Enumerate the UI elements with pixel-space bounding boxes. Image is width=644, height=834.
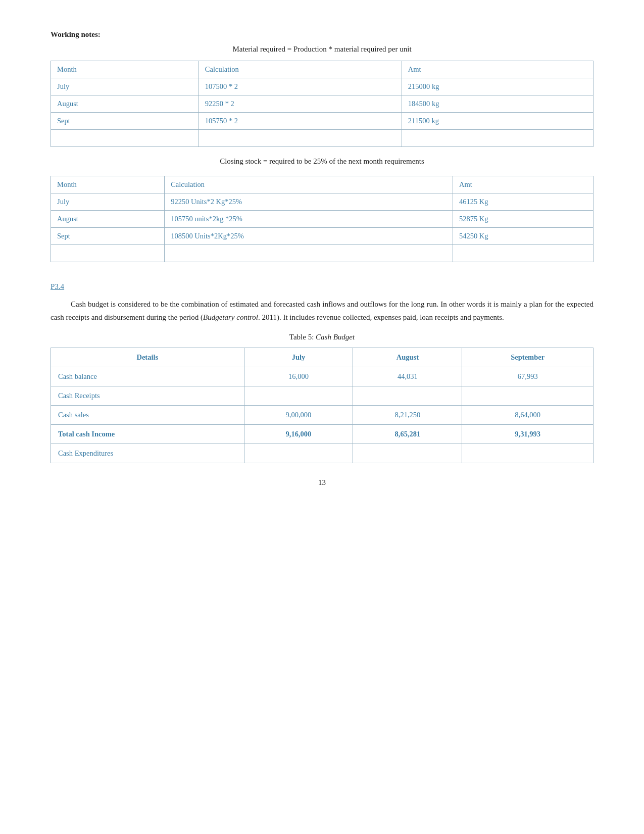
t2-r2-amt: 52875 Kg bbox=[453, 211, 593, 228]
cb-col-september: September bbox=[462, 348, 593, 367]
material-required-table: Month Calculation Amt July 107500 * 2 21… bbox=[51, 61, 593, 147]
p34-section: P3.4 Cash budget is considered to be the… bbox=[51, 282, 593, 463]
p34-label: P3.4 bbox=[51, 282, 64, 291]
table-row: August 105750 units*2kg *25% 52875 Kg bbox=[51, 211, 593, 228]
cb-cash-expenditures-september bbox=[462, 444, 593, 463]
cb-total-income-label: Total cash Income bbox=[51, 425, 244, 444]
t1-empty-month bbox=[51, 130, 199, 147]
t2-r2-calc: 105750 units*2kg *25% bbox=[165, 211, 453, 228]
cash-receipts-row: Cash Receipts bbox=[51, 386, 593, 406]
table2-header-row: Month Calculation Amt bbox=[51, 176, 593, 193]
table2-col-calculation: Calculation bbox=[165, 176, 453, 193]
cash-balance-row: Cash balance 16,000 44,031 67,993 bbox=[51, 367, 593, 386]
cb-cash-expenditures-label: Cash Expenditures bbox=[51, 444, 244, 463]
closing-stock-table: Month Calculation Amt July 92250 Units*2… bbox=[51, 176, 593, 262]
table-caption-italic: Cash Budget bbox=[316, 333, 355, 341]
table1-header-row: Month Calculation Amt bbox=[51, 61, 593, 78]
t1-empty-amt bbox=[402, 130, 593, 147]
cb-cash-balance-label: Cash balance bbox=[51, 367, 244, 386]
working-notes-title: Working notes: bbox=[51, 30, 593, 39]
t1-r2-amt: 184500 kg bbox=[402, 95, 593, 113]
t1-r2-calc: 92250 * 2 bbox=[199, 95, 402, 113]
t2-r1-calc: 92250 Units*2 Kg*25% bbox=[165, 193, 453, 211]
t1-r3-month: Sept bbox=[51, 113, 199, 130]
table-row: July 107500 * 2 215000 kg bbox=[51, 78, 593, 95]
cb-cash-receipts-label: Cash Receipts bbox=[51, 386, 244, 406]
t1-empty-calc bbox=[199, 130, 402, 147]
cash-expenditures-row: Cash Expenditures bbox=[51, 444, 593, 463]
t1-r3-calc: 105750 * 2 bbox=[199, 113, 402, 130]
cb-total-income-september: 9,31,993 bbox=[462, 425, 593, 444]
table-row: August 92250 * 2 184500 kg bbox=[51, 95, 593, 113]
cb-cash-sales-july: 9,00,000 bbox=[244, 406, 353, 425]
cb-cash-balance-september: 67,993 bbox=[462, 367, 593, 386]
cb-cash-sales-september: 8,64,000 bbox=[462, 406, 593, 425]
table-row: Sept 105750 * 2 211500 kg bbox=[51, 113, 593, 130]
cb-col-july: July bbox=[244, 348, 353, 367]
table1-col-amt: Amt bbox=[402, 61, 593, 78]
cb-cash-sales-august: 8,21,250 bbox=[353, 406, 462, 425]
cb-cash-expenditures-july bbox=[244, 444, 353, 463]
table-row-empty bbox=[51, 130, 593, 147]
closing-stock-text: Closing stock = required to be 25% of th… bbox=[51, 157, 593, 166]
table1-col-calculation: Calculation bbox=[199, 61, 402, 78]
cb-total-income-august: 8,65,281 bbox=[353, 425, 462, 444]
cb-cash-balance-august: 44,031 bbox=[353, 367, 462, 386]
table-row-empty bbox=[51, 245, 593, 262]
cb-cash-sales-label: Cash sales bbox=[51, 406, 244, 425]
cb-cash-balance-july: 16,000 bbox=[244, 367, 353, 386]
t2-r2-month: August bbox=[51, 211, 165, 228]
t1-r1-calc: 107500 * 2 bbox=[199, 78, 402, 95]
cash-sales-row: Cash sales 9,00,000 8,21,250 8,64,000 bbox=[51, 406, 593, 425]
t1-r2-month: August bbox=[51, 95, 199, 113]
t1-r1-month: July bbox=[51, 78, 199, 95]
working-notes-section: Working notes: Material required = Produ… bbox=[51, 30, 593, 262]
table-caption: Table 5: Cash Budget bbox=[51, 333, 593, 341]
cb-cash-receipts-july bbox=[244, 386, 353, 406]
table-row: Sept 108500 Units*2Kg*25% 54250 Kg bbox=[51, 228, 593, 245]
table1-col-month: Month bbox=[51, 61, 199, 78]
t2-empty-amt bbox=[453, 245, 593, 262]
cash-budget-table: Details July August September Cash balan… bbox=[51, 348, 593, 463]
t1-r3-amt: 211500 kg bbox=[402, 113, 593, 130]
t2-r3-calc: 108500 Units*2Kg*25% bbox=[165, 228, 453, 245]
t2-r1-month: July bbox=[51, 193, 165, 211]
cash-budget-header-row: Details July August September bbox=[51, 348, 593, 367]
t1-r1-amt: 215000 kg bbox=[402, 78, 593, 95]
table2-col-month: Month bbox=[51, 176, 165, 193]
p34-paragraph: Cash budget is considered to be the comb… bbox=[51, 298, 593, 324]
page-number: 13 bbox=[51, 478, 593, 487]
page-content: Working notes: Material required = Produ… bbox=[51, 30, 593, 487]
table2-col-amt: Amt bbox=[453, 176, 593, 193]
table-row: July 92250 Units*2 Kg*25% 46125 Kg bbox=[51, 193, 593, 211]
cb-cash-receipts-september bbox=[462, 386, 593, 406]
t2-r3-month: Sept bbox=[51, 228, 165, 245]
italic-budgetary: Budgetary control bbox=[203, 313, 258, 321]
table-caption-colon: : bbox=[312, 333, 316, 341]
total-cash-income-row: Total cash Income 9,16,000 8,65,281 9,31… bbox=[51, 425, 593, 444]
t2-r3-amt: 54250 Kg bbox=[453, 228, 593, 245]
table1-subtitle: Material required = Production * materia… bbox=[51, 45, 593, 54]
cb-col-august: August bbox=[353, 348, 462, 367]
t2-empty-calc bbox=[165, 245, 453, 262]
t2-empty-month bbox=[51, 245, 165, 262]
t2-r1-amt: 46125 Kg bbox=[453, 193, 593, 211]
cb-col-details: Details bbox=[51, 348, 244, 367]
cb-cash-receipts-august bbox=[353, 386, 462, 406]
cb-cash-expenditures-august bbox=[353, 444, 462, 463]
table-caption-label: Table 5 bbox=[289, 333, 312, 341]
cb-total-income-july: 9,16,000 bbox=[244, 425, 353, 444]
